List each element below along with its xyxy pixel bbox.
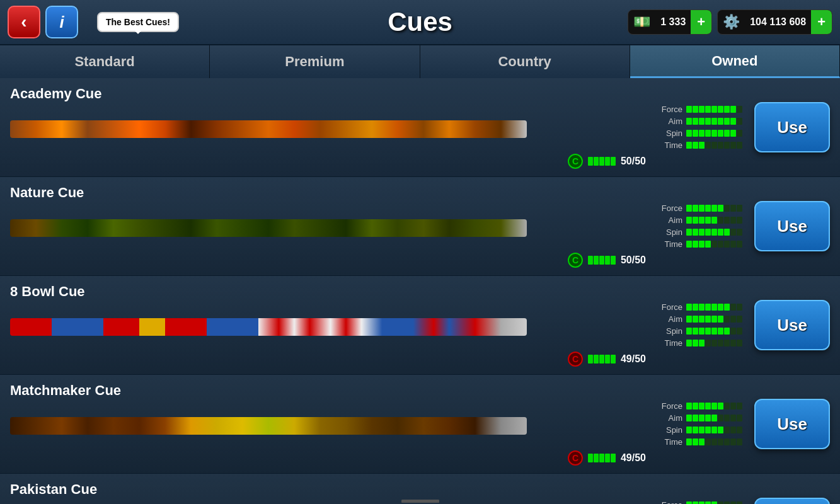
use-button[interactable]: Use [754,300,830,350]
charge-badge: C [568,154,583,169]
cue-visual [10,120,527,138]
stat-aim: Aim [660,117,748,126]
cue-stats: Force Aim Spin Time [653,203,754,249]
coins-block: ⚙️ 104 113 608 + [717,9,832,35]
cue-name: Pakistan Cue [10,481,653,498]
cue-left-0: Academy Cue C 50/50 [10,86,653,169]
force-label: Force [660,401,682,411]
stat-spin: Spin [660,326,748,336]
stat-force: Force [660,302,748,312]
cue-visual [10,417,527,435]
force-label: Force [660,203,682,213]
use-button[interactable]: Use [754,102,830,152]
stat-spin: Spin [660,227,748,237]
tooltip-box: The Best Cues! [97,12,179,32]
score-label: 49/50 [621,452,646,464]
spin-label: Spin [660,129,682,138]
use-button[interactable]: Use [754,498,830,504]
stat-aim: Aim [660,314,748,324]
cue-left-3: Matchmaker Cue C 49/50 [10,382,653,466]
stat-force: Force [660,203,748,213]
cue-stats: Force Aim Spin Time [653,401,754,447]
cue-visual [10,219,527,237]
force-label: Force [660,500,682,504]
tab-premium[interactable]: Premium [210,45,420,78]
use-button[interactable]: Use [754,399,830,449]
cue-image-area [10,206,653,250]
cue-image-area [10,305,653,349]
time-label: Time [660,140,682,150]
cue-row: Pakistan Cue C 42/50 Force Aim Spin [0,474,840,504]
charge-badge: C [568,352,583,367]
stat-time: Time [660,437,748,447]
stat-force: Force [660,401,748,411]
header: ‹ i The Best Cues! Cues 💵 1 333 + ⚙️ 104… [0,0,840,45]
currency-area: 💵 1 333 + ⚙️ 104 113 608 + [628,9,832,35]
spin-label: Spin [660,326,682,336]
stat-time: Time [660,239,748,249]
cue-stats: Force Aim Spin Time [653,105,754,150]
stat-time: Time [660,338,748,348]
scroll-indicator [401,500,439,503]
force-label: Force [660,105,682,114]
stat-spin: Spin [660,425,748,435]
coins-icon: ⚙️ [718,11,745,33]
score-label: 49/50 [621,353,646,365]
info-button[interactable]: i [45,6,78,38]
tabs-bar: Standard Premium Country Owned [0,45,840,78]
aim-label: Aim [660,413,682,423]
charge-badge: C [568,450,583,466]
time-label: Time [660,437,682,447]
cue-name: Academy Cue [10,86,653,102]
use-button[interactable]: Use [754,201,830,251]
page-title: Cues [388,7,452,37]
cash-block: 💵 1 333 + [628,9,712,35]
cue-stats: Force Aim Spin Time [653,302,754,348]
cue-row: Academy Cue C 50/50 Force Aim Spin [0,78,840,177]
stat-aim: Aim [660,215,748,225]
tooltip-wrapper: The Best Cues! [97,12,179,32]
cue-name: 8 Bowl Cue [10,284,653,300]
stat-aim: Aim [660,413,748,423]
cue-row: Matchmaker Cue C 49/50 Force Aim Spin [0,375,840,474]
charge-badge: C [568,253,583,268]
aim-label: Aim [660,215,682,225]
cue-image-area [10,404,653,448]
cue-stats: Force Aim Spin Time [653,500,754,504]
aim-label: Aim [660,117,682,126]
cue-row: 8 Bowl Cue C 49/50 Force Aim Spin [0,276,840,375]
time-label: Time [660,338,682,348]
cue-left-4: Pakistan Cue C 42/50 [10,481,653,504]
cue-image-area [10,107,653,151]
cues-list: Academy Cue C 50/50 Force Aim Spin [0,78,840,504]
tab-country[interactable]: Country [420,45,630,78]
back-button[interactable]: ‹ [8,6,40,38]
force-label: Force [660,302,682,312]
tab-owned[interactable]: Owned [630,45,840,78]
coins-plus-button[interactable]: + [811,10,832,34]
aim-label: Aim [660,314,682,324]
cue-name: Nature Cue [10,185,653,201]
score-label: 50/50 [621,255,646,266]
cash-value: 1 333 [655,14,691,30]
cue-visual [10,318,527,336]
score-label: 50/50 [621,156,646,167]
cue-left-2: 8 Bowl Cue C 49/50 [10,284,653,367]
stat-spin: Spin [660,129,748,138]
time-label: Time [660,239,682,249]
cue-row: Nature Cue C 50/50 Force Aim Spin [0,177,840,276]
cue-left-1: Nature Cue C 50/50 [10,185,653,268]
tab-standard[interactable]: Standard [0,45,210,78]
cue-name: Matchmaker Cue [10,382,653,399]
cash-plus-button[interactable]: + [691,10,711,34]
stat-force: Force [660,105,748,114]
spin-label: Spin [660,425,682,435]
spin-label: Spin [660,227,682,237]
stat-force: Force [660,500,748,504]
cash-icon: 💵 [628,11,655,33]
coins-value: 104 113 608 [745,14,811,30]
stat-time: Time [660,140,748,150]
